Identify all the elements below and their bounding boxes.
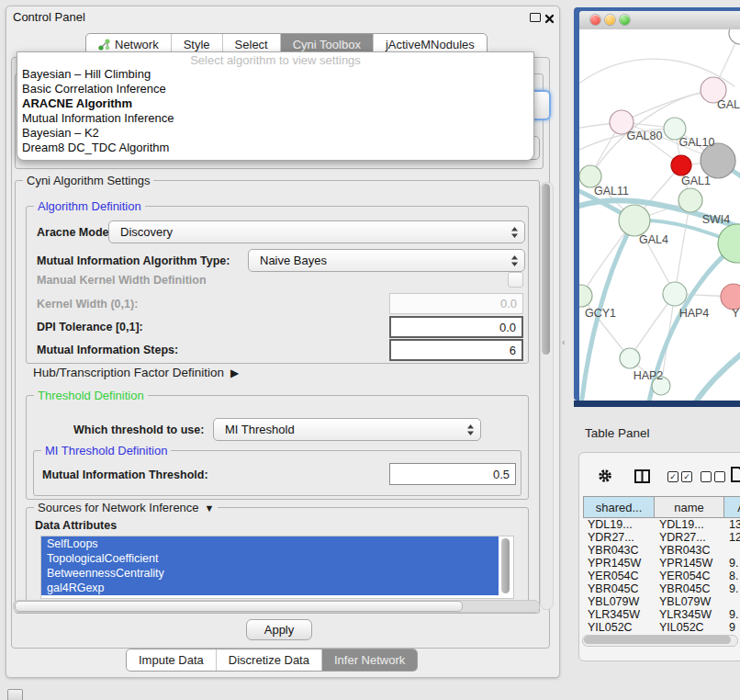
tab-label-select: Select (235, 38, 268, 51)
table-row[interactable]: YLR345WYLR345W9. (583, 608, 740, 621)
hub-transcription-factor-section[interactable]: Hub/Transcription Factor Definition ▶ (33, 366, 239, 379)
settings-horizontal-scrollbar-thumb[interactable] (15, 601, 463, 612)
table-cell: YIL052C (583, 621, 655, 632)
data-attributes-list[interactable]: SelfLoopsTopologicalCoefficientBetweenne… (40, 536, 514, 599)
table-cell: YBR045C (583, 582, 655, 595)
float-window-icon[interactable] (530, 13, 541, 22)
table-row[interactable]: YBR043CYBR043C (583, 544, 740, 557)
table-cell: YPR145W (655, 557, 724, 570)
attribute-item-topologicalcoefficient[interactable]: TopologicalCoefficient (41, 551, 499, 566)
table-row[interactable]: YER054CYER054C8. (583, 570, 740, 582)
panel-splitter-handle[interactable]: ‹ (562, 336, 566, 347)
network-node[interactable] (620, 348, 640, 368)
table-horizontal-scrollbar-thumb[interactable] (584, 636, 731, 644)
algorithm-dropdown-prompt: Select algorithm to view settings (17, 52, 533, 67)
network-edge[interactable] (622, 90, 713, 122)
algorithm-dropdown-list: Bayesian – Hill ClimbingBasic Correlatio… (17, 67, 533, 155)
table-row[interactable]: YBR045CYBR045C9. (583, 582, 740, 595)
table-header-row: shared...nameA (583, 496, 740, 518)
tab-impute-data[interactable]: Impute Data (127, 649, 216, 671)
tab-discretize-data[interactable]: Discretize Data (216, 649, 321, 671)
algorithm-option-mutual-information-inference[interactable]: Mutual Information Inference (17, 111, 533, 126)
kernel-width-field[interactable]: 0.0 (389, 293, 523, 314)
network-node[interactable] (579, 285, 592, 307)
tab-label-infer-network: Infer Network (334, 653, 405, 667)
expand-arrow-icon[interactable]: ▶ (230, 367, 239, 379)
tab-label-discretize-data: Discretize Data (229, 653, 309, 667)
table-row[interactable]: YIL052CYIL052C9 (583, 621, 740, 632)
which-threshold-combo[interactable]: MI Threshold (213, 418, 481, 441)
table-cell: 13 (724, 518, 740, 531)
mi-threshold-value: 0.5 (493, 468, 510, 481)
which-threshold-value: MI Threshold (225, 423, 295, 436)
table-row[interactable]: YBL079WYBL079W (583, 595, 740, 608)
table-row[interactable]: YDL19...YDL19...13 (583, 518, 740, 531)
mi-algorithm-type-label: Mutual Information Algorithm Type: (37, 249, 230, 272)
file-icon[interactable] (731, 467, 740, 486)
mi-threshold-label: Mutual Information Threshold: (42, 463, 208, 486)
mi-algorithm-type-combo[interactable]: Naive Bayes (248, 249, 525, 272)
attribute-item-selfloops[interactable]: SelfLoops (41, 536, 499, 551)
minimized-panel-icon[interactable] (7, 689, 23, 700)
sources-group-title: Sources for Network Inference (38, 501, 199, 514)
table-cell: 12 (724, 531, 740, 544)
algorithm-option-dream8-dc-tdc-algorithm[interactable]: Dream8 DC_TDC Algorithm (17, 141, 533, 155)
mi-steps-field[interactable]: 6 (389, 339, 523, 361)
apply-button[interactable]: Apply (246, 619, 312, 640)
settings-vertical-scrollbar-thumb[interactable] (542, 184, 550, 355)
stepper-arrows-icon (510, 227, 519, 238)
node-label: GAL1 (681, 175, 711, 187)
table-cell: YBL079W (655, 595, 724, 608)
close-traffic-light-button[interactable] (590, 15, 600, 25)
node-label: HAP2 (633, 369, 664, 382)
collapse-arrow-icon[interactable]: ▼ (205, 502, 215, 514)
dpi-tolerance-field[interactable]: 0.0 (389, 316, 523, 338)
algorithm-option-aracne-algorithm[interactable]: ARACNE Algorithm (17, 96, 533, 111)
table-cell: 9 (724, 621, 740, 632)
network-node[interactable] (721, 284, 740, 310)
mi-threshold-field[interactable]: 0.5 (389, 463, 516, 485)
deselect-all-columns-icon[interactable] (701, 471, 725, 482)
mi-threshold-definition-title: MI Threshold Definition (41, 444, 171, 457)
minimize-traffic-light-button[interactable] (605, 15, 615, 25)
close-window-icon[interactable] (544, 11, 555, 21)
network-edge[interactable] (693, 354, 740, 401)
column-header-name[interactable]: name (655, 496, 724, 518)
stepper-arrows-icon (466, 424, 475, 435)
table-row[interactable]: YPR145WYPR145W9. (583, 557, 740, 570)
tab-infer-network[interactable]: Infer Network (321, 649, 417, 671)
attribute-item-gal4rgexp[interactable]: gal4RGexp (41, 581, 499, 595)
aracne-mode-combo[interactable]: Discovery (108, 220, 525, 243)
network-node[interactable] (663, 282, 687, 306)
table-row[interactable]: YDR27...YDR27...12 (583, 531, 740, 544)
algorithm-option-bayesian-hill-climbing[interactable]: Bayesian – Hill Climbing (17, 67, 533, 82)
attribute-item-betweennesscentrality[interactable]: BetweennessCentrality (41, 566, 499, 581)
node-table[interactable]: shared...nameAYDL19...YDL19...13YDR27...… (583, 496, 740, 632)
algorithm-option-bayesian-k2[interactable]: Bayesian – K2 (17, 126, 533, 141)
split-columns-icon[interactable] (634, 469, 650, 487)
table-cell: YBR045C (655, 582, 724, 595)
column-header-a[interactable]: A (724, 496, 740, 518)
manual-kernel-width-checkbox[interactable] (508, 272, 523, 288)
zoom-traffic-light-button[interactable] (620, 15, 630, 25)
column-header-shared[interactable]: shared... (583, 496, 655, 518)
network-node[interactable] (729, 29, 740, 44)
table-cell: 9. (724, 608, 740, 621)
network-node[interactable] (619, 205, 650, 236)
select-all-columns-icon[interactable]: ✓✓ (667, 471, 692, 482)
network-window-titlebar[interactable] (579, 11, 740, 30)
network-node[interactable] (678, 188, 702, 212)
attributes-list-scrollbar-thumb[interactable] (501, 538, 510, 593)
table-cell: YBR043C (583, 544, 655, 557)
algorithm-option-basic-correlation-inference[interactable]: Basic Correlation Inference (17, 82, 533, 96)
tab-label-impute-data: Impute Data (139, 653, 204, 667)
table-cell: 9. (724, 582, 740, 595)
tab-label-jactivemnodules: jActiveMNodules (386, 38, 475, 51)
gear-icon[interactable] (597, 468, 613, 488)
network-canvas[interactable]: GALGAL80GAL10GAL1GAL11SWI4GAL4GCY1HAP4YH… (579, 29, 740, 401)
network-node[interactable] (671, 155, 691, 175)
tab-label-cyni-toolbox: Cyni Toolbox (293, 38, 361, 51)
unchecked-box-icon (701, 471, 712, 482)
table-cell: YBR043C (655, 544, 724, 557)
dpi-tolerance-value: 0.0 (499, 321, 516, 334)
